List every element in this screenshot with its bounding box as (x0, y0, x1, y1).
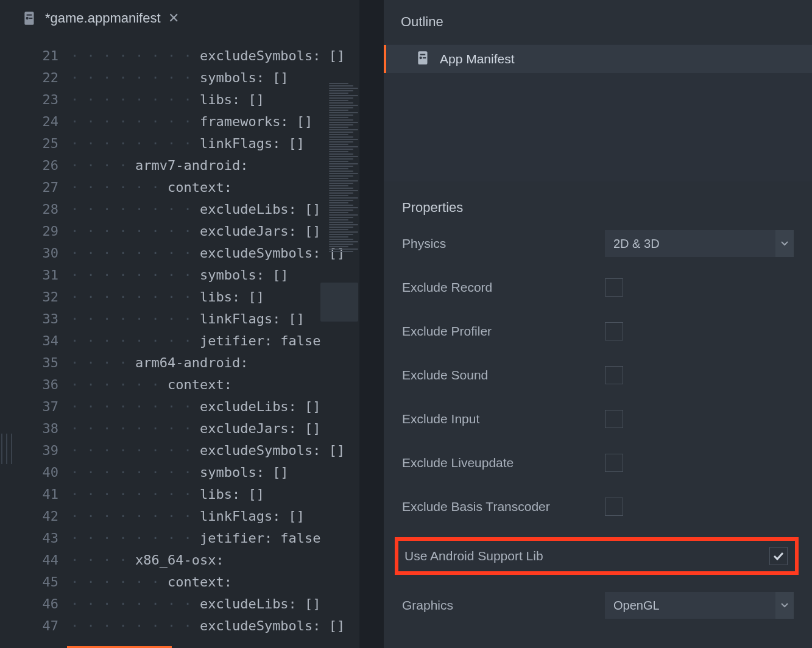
code-line[interactable]: · · · · · · context: (71, 571, 359, 593)
chevron-down-icon (775, 230, 794, 257)
vertical-splitter[interactable] (359, 0, 384, 648)
line-number: 41 (0, 484, 58, 505)
line-number-gutter: 2122232425262728293031323334353637383940… (0, 45, 67, 648)
line-number: 44 (0, 549, 58, 571)
property-exclude-input: Exclude Input (402, 406, 794, 432)
code-line[interactable]: · · · · · · · · excludeSymbols: [] (71, 440, 359, 462)
line-number: 35 (0, 352, 58, 374)
code-line[interactable]: · · · · · · · · symbols: [] (71, 462, 359, 484)
exclude-liveupdate-checkbox[interactable] (605, 454, 623, 472)
line-number: 43 (0, 527, 58, 549)
code-line[interactable]: · · · · · · · · libs: [] (71, 89, 359, 111)
right-pane: Outline App Manifest Properties (384, 0, 812, 648)
code-line[interactable]: · · · · x86_64-osx: (71, 549, 359, 571)
code-editor[interactable]: 2122232425262728293031323334353637383940… (0, 38, 359, 648)
select-value: 2D & 3D (613, 237, 660, 251)
property-exclude-sound: Exclude Sound (402, 362, 794, 389)
tab-bar: *game.appmanifest ✕ (0, 0, 359, 38)
manifest-file-icon (415, 50, 431, 69)
use-android-support-checkbox[interactable] (769, 547, 788, 565)
code-line[interactable]: · · · · · · · · symbols: [] (71, 67, 359, 89)
svg-rect-7 (423, 57, 426, 58)
code-line[interactable]: · · · · · · · · excludeSymbols: [] (71, 45, 359, 67)
code-line[interactable]: · · · · · · · · jetifier: false (71, 527, 359, 549)
code-line[interactable]: · · · · · · · · excludeJars: [] (71, 220, 359, 242)
line-number: 42 (0, 505, 58, 527)
exclude-input-checkbox[interactable] (605, 410, 623, 428)
code-line[interactable]: · · · · · · · · excludeLibs: [] (71, 396, 359, 418)
graphics-select[interactable]: OpenGL (605, 592, 794, 619)
code-line[interactable]: · · · · · · · · excludeLibs: [] (71, 593, 359, 615)
code-line[interactable]: · · · · · · · · excludeLibs: [] (71, 199, 359, 220)
code-lines[interactable]: · · · · · · · · excludeSymbols: []· · · … (67, 45, 359, 648)
outline-item-label: App Manifest (440, 52, 515, 66)
outline-header: Outline (384, 0, 812, 44)
code-line[interactable]: · · · · · · context: (71, 374, 359, 396)
property-label: Exclude Basis Transcoder (402, 499, 605, 514)
code-line[interactable]: · · · · · · · · excludeJars: [] (71, 418, 359, 440)
line-number: 37 (0, 396, 58, 418)
manifest-file-icon (22, 10, 38, 26)
property-label: Physics (402, 236, 605, 251)
property-exclude-liveupdate: Exclude Liveupdate (402, 449, 794, 476)
outline-title: Outline (401, 14, 443, 30)
line-number: 34 (0, 330, 58, 352)
exclude-basis-checkbox[interactable] (605, 498, 623, 516)
editor-tab[interactable]: *game.appmanifest ✕ (19, 0, 189, 38)
select-value: OpenGL (613, 599, 660, 613)
code-line[interactable]: · · · · · · · · linkFlags: [] (71, 308, 359, 330)
code-line[interactable]: · · · · · · · · libs: [] (71, 484, 359, 505)
minimap[interactable] (320, 82, 359, 301)
code-line[interactable]: · · · · · · · · frameworks: [] (71, 111, 359, 133)
property-label: Exclude Profiler (402, 324, 605, 339)
property-exclude-record: Exclude Record (402, 274, 794, 301)
code-line[interactable]: · · · · · · · · linkFlags: [] (71, 505, 359, 527)
line-number: 33 (0, 308, 58, 330)
minimap-viewport[interactable] (320, 283, 358, 322)
line-number: 46 (0, 593, 58, 615)
svg-point-6 (420, 56, 422, 58)
line-number: 28 (0, 199, 58, 220)
line-number: 23 (0, 89, 58, 111)
line-number: 30 (0, 242, 58, 264)
line-number: 26 (0, 155, 58, 177)
code-line[interactable]: · · · · · · · · excludeSymbols: [] (71, 242, 359, 264)
property-label: Exclude Sound (402, 368, 605, 382)
code-line[interactable]: · · · · · · context: (71, 177, 359, 199)
code-line[interactable]: · · · · · · · · jetifier: false (71, 330, 359, 352)
close-icon[interactable]: ✕ (168, 10, 179, 26)
code-line[interactable]: · · · · arm64-android: (71, 352, 359, 374)
exclude-record-checkbox[interactable] (605, 278, 623, 297)
chevron-down-icon (775, 592, 794, 619)
property-exclude-profiler: Exclude Profiler (402, 318, 794, 345)
line-number: 21 (0, 45, 58, 67)
property-label: Exclude Liveupdate (402, 456, 605, 470)
property-label: Use Android Support Lib (404, 549, 769, 563)
properties-title: Properties (402, 181, 794, 230)
line-number: 24 (0, 111, 58, 133)
property-use-android-support-highlight: Use Android Support Lib (395, 537, 799, 575)
check-icon (772, 550, 785, 562)
code-line[interactable]: · · · · armv7-android: (71, 155, 359, 177)
tab-title: *game.appmanifest (45, 10, 161, 26)
code-line[interactable]: · · · · · · · · libs: [] (71, 286, 359, 308)
line-number: 45 (0, 571, 58, 593)
line-number: 29 (0, 220, 58, 242)
code-line[interactable]: · · · · · · · · symbols: [] (71, 264, 359, 286)
property-label: Exclude Record (402, 280, 605, 295)
svg-rect-3 (29, 17, 32, 18)
code-line[interactable]: · · · · · · · · excludeSymbols: [] (71, 615, 359, 637)
physics-select[interactable]: 2D & 3D (605, 230, 794, 257)
exclude-profiler-checkbox[interactable] (605, 322, 623, 340)
outline-item-app-manifest[interactable]: App Manifest (384, 45, 812, 73)
property-graphics: Graphics OpenGL (402, 592, 794, 619)
svg-rect-5 (420, 54, 426, 55)
exclude-sound-checkbox[interactable] (605, 366, 623, 384)
property-physics: Physics 2D & 3D (402, 230, 794, 257)
line-number: 32 (0, 286, 58, 308)
line-number: 31 (0, 264, 58, 286)
pane-resize-handle[interactable] (1, 434, 15, 464)
code-line[interactable]: · · · · · · · · linkFlags: [] (71, 133, 359, 155)
line-number: 47 (0, 615, 58, 637)
line-number: 22 (0, 67, 58, 89)
